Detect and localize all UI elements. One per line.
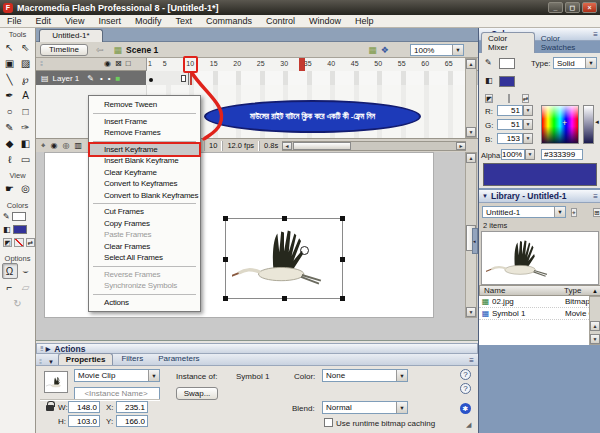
layer-outline-color-swatch[interactable]: ■ [116, 74, 121, 83]
hex-color-field[interactable] [541, 149, 583, 160]
context-menu-item[interactable]: Clear Frames [90, 241, 199, 253]
context-menu-item[interactable]: Insert Blank Keyframe [90, 155, 199, 167]
menu-item[interactable]: Window [302, 16, 348, 26]
frame-span[interactable] [146, 71, 189, 85]
stepper-icon[interactable]: ▼ [523, 133, 533, 144]
edit-multiple-frames-icon[interactable]: ▥ [74, 141, 82, 150]
panel-options-icon[interactable]: ≡ [593, 192, 598, 201]
height-field[interactable] [68, 415, 100, 427]
transform-handle[interactable] [223, 257, 228, 262]
transform-handle[interactable] [282, 296, 287, 301]
no-color-icon[interactable] [14, 238, 23, 247]
minimize-button[interactable]: _ [548, 2, 563, 13]
green-value-field[interactable] [497, 119, 523, 130]
scale-option-icon[interactable]: ▱ [18, 279, 34, 295]
context-menu-item[interactable]: Paste Frames [90, 229, 199, 241]
smooth-option-icon[interactable]: ⌣ [18, 263, 34, 279]
layer-visible-dot[interactable]: • [100, 74, 103, 83]
scroll-down-icon[interactable]: ▼ [466, 307, 476, 317]
default-colors-icon[interactable]: ◩ [3, 238, 12, 247]
context-menu-item[interactable]: Insert Keyframe [90, 144, 199, 156]
blend-dropdown[interactable]: Normal ▼ [322, 401, 408, 414]
transform-handle[interactable] [223, 216, 228, 221]
layer-row[interactable]: ▤ Layer 1 ✎ • • ■ [36, 71, 478, 85]
selection-bounding-box[interactable] [225, 218, 343, 299]
context-menu-item[interactable]: Remove Frames [90, 127, 199, 139]
chevron-down-icon[interactable]: ▼ [554, 207, 565, 217]
menu-item[interactable]: Insert [91, 16, 128, 26]
transform-handle[interactable] [340, 257, 345, 262]
timeline-vertical-scrollbar[interactable]: ▲ ▼ [465, 58, 477, 138]
expand-triangle-icon[interactable]: ▶ [46, 345, 51, 352]
timeline-horizontal-scrollbar[interactable]: ◄ ► [282, 141, 466, 151]
context-menu-item[interactable]: Cut Frames [90, 206, 199, 218]
scroll-up-icon[interactable]: ▲ [466, 59, 476, 69]
pin-library-icon[interactable]: ⌖ [571, 208, 577, 217]
hand-tool-icon[interactable]: ☛ [2, 180, 18, 196]
fill-color-swatch[interactable] [499, 76, 515, 87]
name-column-header[interactable]: Name [484, 286, 564, 295]
paint-bucket-tool-icon[interactable]: ◧ [18, 135, 34, 151]
fill-color-swatch[interactable] [13, 225, 27, 234]
color-panel-tab[interactable]: Color Mixer [481, 32, 535, 53]
type-dropdown[interactable]: Solid ▼ [553, 57, 597, 69]
straighten-option-icon[interactable]: ⌐ [2, 279, 18, 295]
y-position-field[interactable] [116, 415, 148, 427]
scroll-left-icon[interactable]: ◄ [282, 142, 292, 150]
menu-item[interactable]: Commands [199, 16, 259, 26]
stepper-icon[interactable]: ▼ [523, 105, 533, 116]
bird-movie-clip[interactable] [232, 223, 336, 293]
chevron-down-icon[interactable]: ▼ [396, 370, 407, 381]
outline-layers-icon[interactable]: □ [126, 59, 131, 68]
width-field[interactable] [68, 401, 100, 413]
context-menu-item[interactable] [90, 292, 199, 297]
edit-symbol-icon[interactable]: ❖ [381, 45, 389, 55]
stroke-color-swatch[interactable] [499, 58, 515, 69]
transform-handle[interactable] [340, 296, 345, 301]
color-style-dropdown[interactable]: None ▼ [322, 369, 408, 382]
swap-button[interactable]: Swap... [176, 387, 218, 400]
help-icon[interactable]: ? [460, 369, 471, 380]
scroll-right-icon[interactable]: ► [456, 142, 466, 150]
context-menu-item[interactable]: Insert Frame [90, 116, 199, 128]
layer-name[interactable]: Layer 1 [53, 74, 80, 83]
context-menu-item[interactable]: Copy Frames [90, 218, 199, 230]
collapse-triangle-icon[interactable]: ▼ [48, 359, 54, 365]
expand-corner-icon[interactable]: ◢ [466, 421, 471, 429]
onion-skin-icon[interactable]: ◉ [51, 141, 58, 150]
properties-tab[interactable]: Properties [58, 353, 114, 365]
lock-layers-icon[interactable]: ⊠ [115, 59, 122, 68]
chevron-down-icon[interactable]: ▼ [452, 45, 463, 55]
menu-item[interactable]: Control [259, 16, 302, 26]
no-color-icon[interactable] [508, 94, 510, 103]
properties-tab[interactable]: Filters [114, 353, 150, 365]
x-position-field[interactable] [116, 401, 148, 413]
context-menu-item[interactable] [90, 201, 199, 206]
rotate-option-icon[interactable]: ↻ [10, 295, 26, 311]
document-tab[interactable]: Untitled-1* [39, 29, 103, 42]
brightness-slider-arrow-icon[interactable]: ◄ [594, 119, 600, 125]
menu-item[interactable]: Text [168, 16, 199, 26]
context-help-icon[interactable]: ? [460, 383, 471, 394]
text-tool-icon[interactable]: A [18, 87, 34, 103]
onion-skin-outlines-icon[interactable]: ◎ [63, 141, 70, 150]
Symbol 1[interactable]: ▦ Symbol 1 Movie Clip [479, 308, 589, 320]
subselection-tool-icon[interactable]: ⇖ [18, 39, 34, 55]
library-scrollbar[interactable]: ▲ ▼ [589, 296, 600, 345]
filters-star-icon[interactable]: ✱ [460, 403, 471, 414]
swap-colors-icon[interactable]: ⇄ [26, 238, 35, 247]
menu-item[interactable]: Help [348, 16, 381, 26]
center-frame-icon[interactable]: ⌖ [41, 141, 46, 151]
color-panel-tab[interactable]: Color Swatches [535, 33, 600, 53]
eyedropper-tool-icon[interactable]: ℓ [2, 151, 18, 167]
context-menu-item[interactable] [90, 264, 199, 269]
context-menu-item[interactable]: Synchronize Symbols [90, 280, 199, 292]
frame-rate-indicator[interactable]: 12.0 fps [222, 141, 259, 151]
close-button[interactable]: × [582, 2, 597, 13]
oval-tool-icon[interactable]: ○ [2, 103, 18, 119]
properties-tab[interactable]: Parameters [151, 353, 206, 365]
library-document-dropdown[interactable]: Untitled-1 ▼ [482, 206, 566, 218]
menu-item[interactable]: Modify [128, 16, 169, 26]
timeline-button[interactable]: Timeline [40, 44, 88, 56]
transform-handle[interactable] [282, 216, 287, 221]
